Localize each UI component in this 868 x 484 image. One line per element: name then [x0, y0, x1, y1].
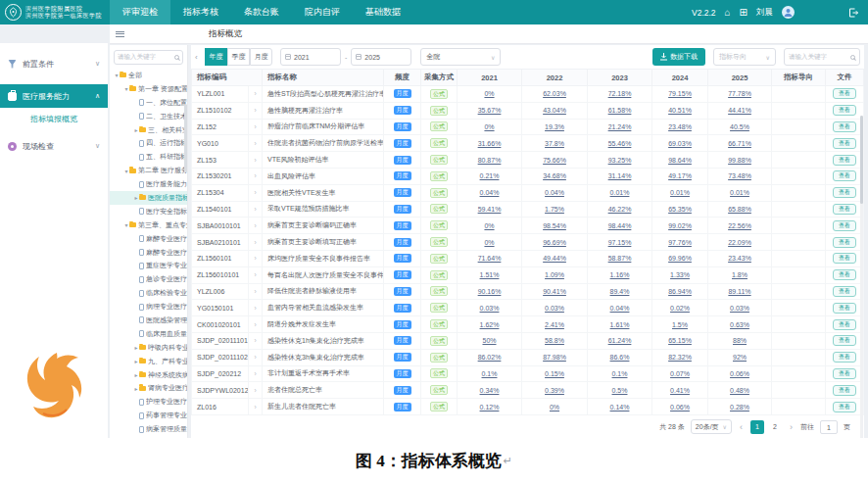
value-2023-link[interactable]: 89.4%	[610, 288, 630, 295]
view-file-button[interactable]: 查看	[833, 286, 856, 297]
year-to-input[interactable]: 2025	[351, 48, 411, 66]
value-2021-link[interactable]: 90.16%	[478, 288, 502, 295]
value-2025-link[interactable]: 44.41%	[728, 107, 751, 114]
value-2024-link[interactable]: 23.48%	[668, 123, 692, 130]
value-2025-link[interactable]: 40.5%	[730, 123, 749, 130]
expand-row-icon[interactable]: ›	[249, 283, 263, 300]
tree-node[interactable]: 病案管理质量控制指标	[110, 422, 187, 436]
tree-node[interactable]: 一、床位配置	[110, 96, 187, 110]
value-2021-link[interactable]: 0.12%	[480, 404, 500, 411]
tree-search-input[interactable]: 请输入关键字	[114, 50, 183, 65]
value-2025-link[interactable]: 99.88%	[728, 157, 751, 164]
collapse-tree-icon[interactable]: ‹	[195, 53, 205, 62]
apps-grid-icon[interactable]: ⊞	[740, 8, 747, 18]
tree-node[interactable]: ▸ 神经系统疾病医疗质量控制	[110, 368, 187, 382]
top-nav-item[interactable]: 评审迎检	[110, 0, 170, 24]
user-avatar[interactable]	[782, 6, 795, 19]
value-2023-link[interactable]: 61.24%	[608, 337, 632, 344]
value-2024-link[interactable]: 98.64%	[668, 157, 692, 164]
expand-row-icon[interactable]: ›	[249, 349, 263, 365]
value-2021-link[interactable]: 1.62%	[480, 321, 500, 328]
value-2023-link[interactable]: 86.6%	[610, 354, 630, 361]
value-2022-link[interactable]: 0.03%	[545, 305, 564, 312]
value-2024-link[interactable]: 79.15%	[668, 90, 692, 97]
value-2022-link[interactable]: 58.8%	[545, 337, 564, 344]
expand-row-icon[interactable]: ›	[249, 184, 263, 201]
value-2024-link[interactable]: 65.35%	[668, 206, 692, 213]
value-2022-link[interactable]: 87.98%	[543, 354, 566, 361]
value-2021-link[interactable]: 1.51%	[480, 271, 500, 278]
tree-node[interactable]: 五、科研指标	[110, 150, 187, 164]
expand-row-icon[interactable]: ›	[249, 119, 263, 135]
value-2022-link[interactable]: 19.3%	[545, 123, 564, 130]
value-2021-link[interactable]: 0%	[484, 123, 494, 130]
tree-node[interactable]: 药事管理专业医疗质量控制	[110, 409, 187, 422]
keyword-search-input[interactable]: 请输入关键字	[784, 48, 860, 66]
value-2025-link[interactable]: 22.56%	[728, 222, 751, 229]
value-2023-link[interactable]: 46.22%	[608, 206, 632, 213]
value-2023-link[interactable]: 1.61%	[610, 321, 630, 328]
period-option-button[interactable]: 季度	[227, 48, 250, 66]
value-2025-link[interactable]: 88%	[733, 337, 747, 344]
value-2022-link[interactable]: 0.15%	[545, 370, 564, 377]
value-2023-link[interactable]: 0.01%	[610, 189, 630, 196]
period-option-button[interactable]: 年度	[205, 48, 227, 66]
value-2022-link[interactable]: 0.04%	[545, 189, 564, 196]
value-2021-link[interactable]: 0.03%	[480, 305, 500, 312]
tree-node[interactable]: 医院感染管理医疗质量控制	[110, 314, 187, 327]
tree-node[interactable]: 医疗安全指标	[110, 205, 187, 218]
tree-node[interactable]: ▸ 呼吸内科专业医疗质量控制	[110, 341, 187, 355]
value-2025-link[interactable]: 0.06%	[730, 370, 749, 377]
expand-row-icon[interactable]: ›	[249, 135, 263, 152]
top-nav-item[interactable]: 基础数据	[353, 0, 413, 24]
tree-node[interactable]: ▾ 第一章 资源配置与运行数据	[110, 82, 187, 96]
value-2021-link[interactable]: 0%	[484, 90, 494, 97]
top-nav-item[interactable]: 条款台账	[231, 0, 292, 24]
period-option-button[interactable]: 月度	[250, 48, 272, 66]
expand-row-icon[interactable]: ›	[249, 86, 263, 103]
value-2025-link[interactable]: 22.09%	[728, 239, 751, 246]
view-file-button[interactable]: 查看	[833, 220, 856, 231]
value-2021-link[interactable]: 0.1%	[482, 370, 498, 377]
value-2023-link[interactable]: 93.25%	[608, 157, 632, 164]
value-2023-link[interactable]: 0.14%	[610, 404, 630, 411]
value-2024-link[interactable]: 0.01%	[670, 189, 690, 196]
value-2023-link[interactable]: 61.58%	[608, 107, 632, 114]
tree-node[interactable]: 二、卫生技术人员配备	[110, 110, 187, 123]
value-2022-link[interactable]: 1.09%	[545, 271, 564, 278]
tree-node[interactable]: ▸ 三、相关科室资源配置	[110, 123, 187, 137]
orientation-select[interactable]: 指标导向 ∨	[713, 48, 776, 66]
logout-icon[interactable]	[848, 8, 858, 18]
view-file-button[interactable]: 查看	[833, 253, 856, 264]
value-2024-link[interactable]: 1.5%	[672, 321, 688, 328]
value-2025-link[interactable]: 73.48%	[728, 172, 751, 179]
expand-row-icon[interactable]: ›	[249, 234, 263, 251]
value-2021-link[interactable]: 0.04%	[480, 189, 500, 196]
value-2021-link[interactable]: 59.41%	[478, 206, 502, 213]
value-2022-link[interactable]: 0.39%	[545, 387, 564, 394]
view-file-button[interactable]: 查看	[833, 170, 856, 181]
value-2023-link[interactable]: 31.14%	[608, 172, 632, 179]
value-2023-link[interactable]: 98.44%	[608, 222, 632, 229]
value-2025-link[interactable]: 0.63%	[730, 321, 749, 328]
value-2021-link[interactable]: 0.34%	[480, 387, 500, 394]
value-2025-link[interactable]: 65.88%	[728, 206, 751, 213]
value-2023-link[interactable]: 0.1%	[612, 370, 628, 377]
tree-node[interactable]: 临床用血质量控制指标	[110, 327, 187, 341]
value-2024-link[interactable]: 49.17%	[668, 172, 692, 179]
goto-page-input[interactable]: 1	[820, 420, 838, 434]
scope-select[interactable]: 全院 ∨	[420, 48, 501, 66]
value-2025-link[interactable]: 89.11%	[728, 288, 750, 295]
value-2023-link[interactable]: 72.18%	[608, 90, 632, 97]
tree-scrollbar[interactable]	[184, 104, 187, 172]
expand-row-icon[interactable]: ›	[249, 250, 263, 266]
expand-row-icon[interactable]: ›	[249, 399, 263, 415]
tree-node[interactable]: 重症医学专业医疗质量控制	[110, 259, 187, 272]
value-2024-link[interactable]: 99.02%	[668, 222, 692, 229]
view-file-button[interactable]: 查看	[833, 385, 856, 396]
top-nav-item[interactable]: 指标考核	[170, 0, 231, 24]
value-2023-link[interactable]: 1.16%	[610, 271, 630, 278]
value-2024-link[interactable]: 65.15%	[668, 337, 692, 344]
view-file-button[interactable]: 查看	[833, 319, 856, 330]
view-file-button[interactable]: 查看	[833, 368, 856, 379]
